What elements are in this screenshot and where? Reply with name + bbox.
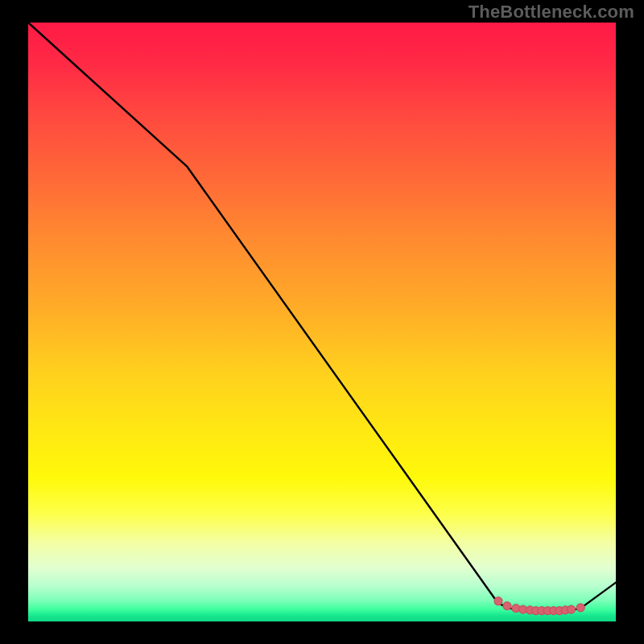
chart-frame: TheBottleneck.com (0, 0, 644, 644)
watermark-text: TheBottleneck.com (469, 2, 634, 23)
marker-point (568, 605, 576, 613)
marker-point (494, 597, 502, 605)
marker-point (576, 604, 584, 612)
marker-point (503, 602, 511, 610)
main-curve (28, 23, 616, 612)
markers-group (494, 597, 584, 615)
chart-svg (28, 23, 616, 621)
plot-area (28, 23, 616, 621)
